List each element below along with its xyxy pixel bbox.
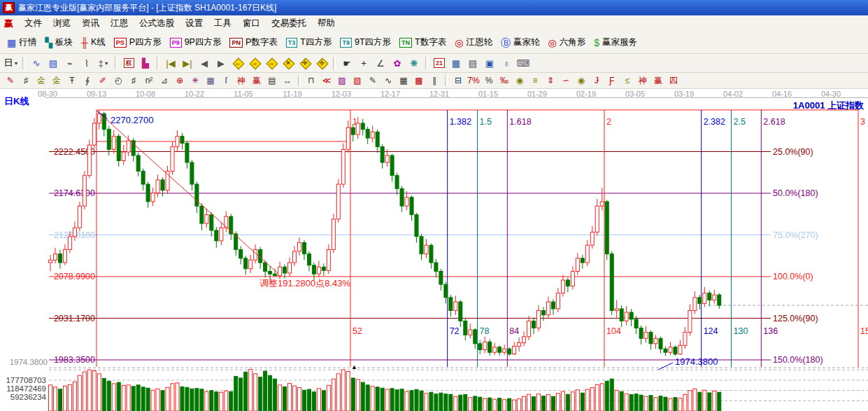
f-tool-button[interactable]: Ŧ [64, 74, 80, 88]
crosshair-tool-button[interactable]: ＋ [355, 55, 372, 71]
pen-2-button[interactable]: ✎ [365, 74, 380, 88]
ladder-1-button[interactable]: ♯ [18, 74, 34, 88]
stats-table-button[interactable]: ⊟ [450, 74, 466, 88]
compress-9-button[interactable]: ⌇ [78, 55, 95, 71]
grid-123-button[interactable]: ▤ [264, 74, 280, 88]
hexagon-button[interactable]: ◎六角形 [543, 34, 590, 50]
zoom-h-button[interactable]: ↔ [263, 55, 280, 71]
compass-button[interactable]: ⊕ [172, 74, 187, 88]
calendar-button[interactable]: 21 [431, 55, 448, 71]
menu-item-6[interactable]: 工具 [208, 16, 237, 31]
gold-slash-button[interactable]: ≤ [620, 74, 635, 88]
zoom-all-button[interactable]: ✢ [313, 55, 330, 71]
box-purple-button[interactable]: ▨ [334, 74, 350, 88]
j-line-button[interactable]: Ɉ [589, 74, 604, 88]
prev-bar-button[interactable]: ◀ [196, 55, 213, 71]
calculator-button[interactable]: ▦ [448, 55, 464, 71]
remote-pc-button[interactable]: ⌨ [515, 55, 532, 71]
brush-button[interactable]: ✎ [3, 74, 18, 88]
zoom-x-button[interactable]: ✕ [280, 55, 297, 71]
menu-item-5[interactable]: 设置 [180, 16, 208, 31]
gold-gate-1-button[interactable]: 金 [34, 74, 49, 88]
ray-fan-button[interactable]: ≪ [319, 74, 334, 88]
candle-style-button[interactable]: ‡▼ [95, 55, 112, 71]
menu-item-8[interactable]: 交易委托 [266, 16, 312, 31]
next-bar-button[interactable]: ▶ [213, 55, 229, 71]
t-number-table-button[interactable]: TNT数字表 [395, 34, 450, 50]
box-red-button[interactable]: ▧ [350, 74, 365, 88]
shen-tool-button[interactable]: 神 [234, 74, 249, 88]
zigzag-button[interactable]: ∿ [380, 74, 396, 88]
winner-wheel-button[interactable]: Ⓑ赢家轮 [497, 34, 544, 50]
p-number-table-button[interactable]: PNP数字表 [225, 34, 281, 50]
n-squared-button[interactable]: n² [141, 74, 157, 88]
zoom-plus-button[interactable]: ✛ [297, 55, 313, 71]
first-page-button[interactable]: |◀ [162, 55, 179, 71]
hand-tool-button[interactable]: ☛ [339, 55, 355, 71]
kline-chart[interactable]: 2222.450025.0%(90)2174.630050.0%(180)212… [0, 98, 868, 411]
color-volume-button[interactable]: ▙ [137, 55, 154, 71]
memo-button[interactable]: ▤ [464, 55, 481, 71]
quotes-button[interactable]: ▦行情 [3, 34, 41, 50]
pct-candle-button[interactable]: 7% [466, 74, 481, 88]
shen-line-button[interactable]: 神 [635, 74, 650, 88]
spiral-button[interactable]: ∮ [80, 74, 95, 88]
compress-3-button[interactable]: ⌁ [62, 55, 78, 71]
star-grid-button[interactable]: ✳ [187, 74, 203, 88]
k-mark-button[interactable]: ſ [218, 74, 234, 88]
zoom-left-button[interactable]: ← [229, 55, 246, 71]
intraday-chart-button[interactable]: ∿ [28, 55, 45, 71]
percent-button[interactable]: % [481, 74, 497, 88]
titlebar[interactable]: 赢 赢家江恩专业版[赢家内部服务平台] - [上证指数 SH1A0001-167… [0, 0, 868, 15]
wave-a-button[interactable]: ∽ [558, 74, 574, 88]
updown-pen-button[interactable]: ⇕ [543, 74, 558, 88]
menu-item-1[interactable]: 浏览 [48, 16, 76, 31]
9p-square-button[interactable]: P99P四方形 [166, 34, 226, 50]
winner-service-button[interactable]: $赢家服务 [590, 34, 641, 50]
gold-circle-button[interactable]: ◉ [512, 74, 527, 88]
f10-info-button[interactable]: ▤ [45, 55, 62, 71]
zoom-right-button[interactable]: → [246, 55, 263, 71]
time-clock-button[interactable]: ◴ [111, 74, 126, 88]
volume-bar [439, 393, 443, 411]
gold-2-button[interactable]: ◉ [574, 74, 589, 88]
pct-line-icon: ‰ [500, 76, 508, 85]
save-button[interactable]: ▣ [481, 55, 498, 71]
angle-flag-button[interactable]: ⊿ [157, 74, 172, 88]
web-button[interactable]: ♁ [498, 55, 515, 71]
hatch-button[interactable]: ∥ [427, 74, 442, 88]
t-square-button[interactable]: T3T四方形 [282, 34, 336, 50]
last-page-button[interactable]: ▶| [179, 55, 196, 71]
menu-item-3[interactable]: 江恩 [105, 16, 134, 31]
grid-b-button[interactable]: ▩ [411, 74, 427, 88]
9t-square-button[interactable]: T99T四方形 [336, 34, 395, 50]
f-line-button[interactable]: Ƒ [604, 74, 620, 88]
menu-item-7[interactable]: 窗口 [237, 16, 266, 31]
volume-bar [693, 389, 697, 411]
four-tool-button[interactable]: 四 [666, 74, 681, 88]
ladder-2-button[interactable]: ♯ [126, 74, 141, 88]
gold-line-button[interactable]: ≡ [527, 74, 543, 88]
gate-tool-button[interactable]: ⊓ [304, 74, 319, 88]
period-select-button[interactable]: 日▼ [3, 55, 20, 71]
span-arrow-button[interactable]: ↔ [280, 74, 295, 88]
menu-item-2[interactable]: 资讯 [76, 16, 105, 31]
red-pen-button[interactable]: ✐ [95, 74, 111, 88]
ying-tool-button[interactable]: 赢 [249, 74, 264, 88]
menu-item-9[interactable]: 帮助 [312, 16, 341, 31]
kline-button[interactable]: ╫K线 [77, 34, 110, 50]
ying-line-button[interactable]: 赢 [650, 74, 666, 88]
knot-tool-button[interactable]: ❋ [406, 55, 422, 71]
gann-wheel-button[interactable]: ◎江恩轮 [450, 34, 497, 50]
sectors-button[interactable]: ▚板块 [41, 34, 77, 50]
p-square-button[interactable]: PSP四方形 [110, 34, 166, 50]
ex-rights-button[interactable]: 权 [120, 55, 137, 71]
square-grid-button[interactable]: ▦ [203, 74, 218, 88]
angle-tool-button[interactable]: ∠ [372, 55, 389, 71]
menu-item-0[interactable]: 文件 [19, 16, 48, 31]
menu-item-4[interactable]: 公式选股 [134, 16, 180, 31]
gold-gate-2-button[interactable]: 金 [49, 74, 64, 88]
flower-tool-button[interactable]: ✿ [389, 55, 406, 71]
pct-line-button[interactable]: ‰ [497, 74, 512, 88]
grid-a-button[interactable]: ▦ [396, 74, 411, 88]
